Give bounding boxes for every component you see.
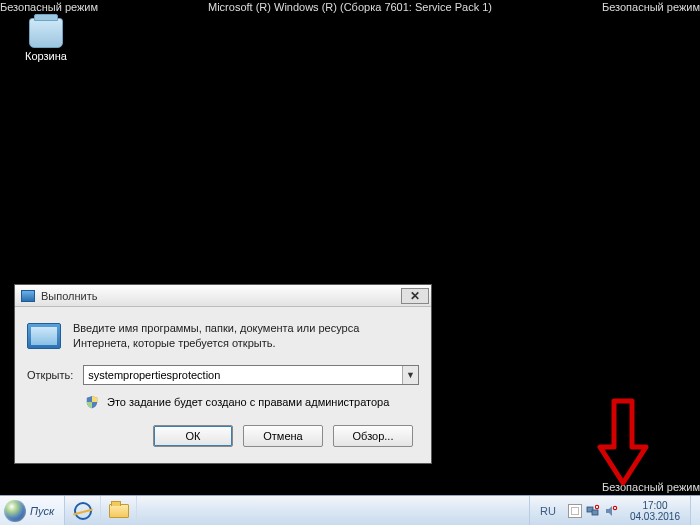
safe-mode-label-bottom-right: Безопасный режим	[602, 481, 700, 493]
quicklaunch-explorer[interactable]	[101, 496, 137, 525]
network-icon[interactable]	[586, 504, 600, 518]
run-dialog-title: Выполнить	[41, 290, 401, 302]
chevron-down-icon: ▼	[406, 370, 415, 380]
close-button[interactable]: ✕	[401, 288, 429, 304]
start-orb-icon	[4, 500, 26, 522]
run-dialog-icon	[27, 323, 61, 349]
safe-mode-label-top-right: Безопасный режим	[602, 1, 700, 13]
show-desktop-button[interactable]	[690, 496, 700, 525]
desktop-icon-recycle-bin[interactable]: Корзина	[22, 18, 70, 62]
annotation-arrow	[594, 397, 652, 487]
open-dropdown-button[interactable]: ▼	[402, 366, 418, 384]
run-titlebar-icon	[21, 290, 35, 302]
close-icon: ✕	[410, 289, 420, 303]
start-button[interactable]: Пуск	[0, 496, 65, 525]
action-center-icon[interactable]	[568, 504, 582, 518]
admin-note: Это задание будет создано с правами адми…	[107, 396, 389, 408]
start-label: Пуск	[30, 505, 54, 517]
safe-mode-label-top-left: Безопасный режим	[0, 1, 98, 13]
run-dialog-titlebar[interactable]: Выполнить ✕	[15, 285, 431, 307]
open-input[interactable]	[84, 366, 402, 384]
cancel-button[interactable]: Отмена	[243, 425, 323, 447]
tray-time: 17:00	[630, 500, 680, 511]
recycle-bin-icon	[29, 18, 63, 48]
quicklaunch-ie[interactable]	[65, 496, 101, 525]
recycle-bin-label: Корзина	[22, 50, 70, 62]
shield-icon	[85, 395, 99, 409]
windows-build-label: Microsoft (R) Windows (R) (Сборка 7601: …	[208, 1, 492, 13]
run-dialog: Выполнить ✕ Введите имя программы, папки…	[14, 284, 432, 464]
svg-rect-1	[592, 510, 598, 515]
taskbar: Пуск RU 17:00 04.03.2016	[0, 495, 700, 525]
open-label: Открыть:	[27, 369, 73, 381]
ok-button[interactable]: ОК	[153, 425, 233, 447]
ie-icon	[74, 502, 92, 520]
open-combobox[interactable]: ▼	[83, 365, 419, 385]
taskbar-spacer	[137, 496, 529, 525]
browse-button[interactable]: Обзор...	[333, 425, 413, 447]
system-tray: RU 17:00 04.03.2016	[529, 496, 690, 525]
tray-clock[interactable]: 17:00 04.03.2016	[626, 500, 684, 522]
volume-icon[interactable]	[604, 504, 618, 518]
language-indicator[interactable]: RU	[536, 505, 560, 517]
run-dialog-description: Введите имя программы, папки, документа …	[73, 321, 419, 351]
folder-icon	[109, 504, 129, 518]
tray-date: 04.03.2016	[630, 511, 680, 522]
